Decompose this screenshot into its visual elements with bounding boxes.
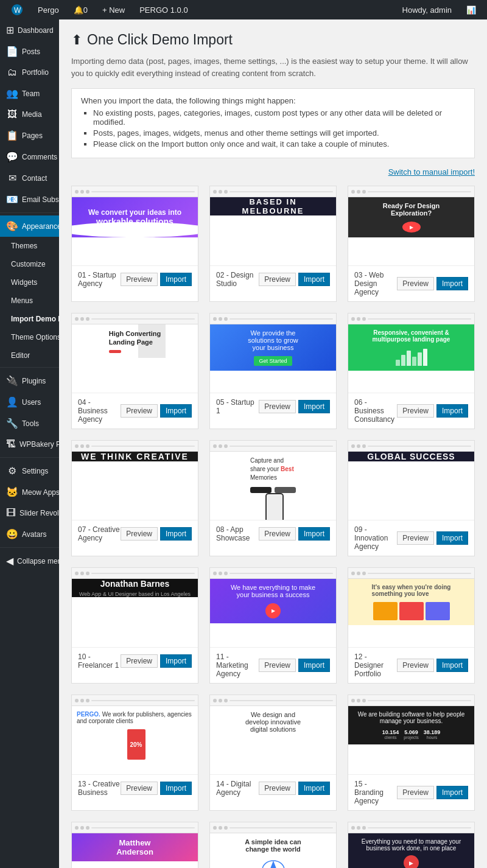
import-button-3[interactable]: Import xyxy=(436,277,468,290)
preview-button-10[interactable]: Preview xyxy=(121,654,158,668)
settings-icon: ⚙ xyxy=(6,465,18,477)
import-button-14[interactable]: Import xyxy=(298,782,330,795)
adminbar-comments[interactable]: 🔔 0 xyxy=(69,0,93,19)
sidebar-item-editor[interactable]: Editor xyxy=(0,346,59,365)
adminbar-howdy: Howdy, admin xyxy=(398,0,457,19)
import-button-1[interactable]: Import xyxy=(160,273,192,286)
sidebar-item-appearance[interactable]: 🎨 Appearance xyxy=(0,215,59,237)
sidebar-item-settings[interactable]: ⚙ Settings xyxy=(0,460,59,481)
demo-label-9: 09 - Innovation Agency Preview Import xyxy=(348,520,474,556)
preview-button-15[interactable]: Preview xyxy=(397,786,434,799)
demo-num-label-9: 09 - Innovation Agency xyxy=(354,525,397,551)
demo-item-1: We convert your ideas intoworkable solut… xyxy=(71,186,198,302)
demo-label-14: 14 - Digital Agency Preview Import xyxy=(210,774,336,802)
sidebar-item-themes[interactable]: Themes xyxy=(0,237,59,255)
import-button-11[interactable]: Import xyxy=(298,659,330,672)
import-button-10[interactable]: Import xyxy=(160,654,192,668)
meow-icon: 🐱 xyxy=(6,486,18,498)
sidebar-item-wpbakery[interactable]: 🏗 WPBakery Page Builder xyxy=(0,434,59,455)
demo-label-6: 06 - Business Consultancy Preview Import xyxy=(348,393,474,429)
demo-item-10: Jonathan Barnes Web App & UI Designer ba… xyxy=(71,567,198,684)
import-button-6[interactable]: Import xyxy=(436,404,468,418)
upload-icon: ⬆ xyxy=(71,32,82,48)
sidebar-item-posts[interactable]: 📄 Posts xyxy=(0,41,59,62)
sidebar-item-customize[interactable]: Customize xyxy=(0,255,59,273)
wp-logo[interactable]: W xyxy=(6,0,28,19)
preview-button-11[interactable]: Preview xyxy=(259,659,296,672)
sidebar-item-collapse[interactable]: ◀ Collapse menu xyxy=(0,550,59,572)
sidebar-item-comments[interactable]: 💬 Comments xyxy=(0,146,59,167)
demo-item-5: We provide thesolutions to growyour busi… xyxy=(209,313,337,429)
preview-button-5[interactable]: Preview xyxy=(259,400,296,413)
demo-thumb-16: MatthewAnderson xyxy=(72,822,198,868)
sidebar-item-pages[interactable]: 📋 Pages xyxy=(0,125,59,146)
sidebar-item-slider-revolution[interactable]: 🎞 Slider Revolution xyxy=(0,503,59,523)
demo-thumb-15: We are building software to help people … xyxy=(348,695,474,774)
demo-item-7: WE THINK CREATIVE 07 - Creative Agency P… xyxy=(71,440,198,556)
sidebar-item-avatars[interactable]: 😀 Avatars xyxy=(0,523,59,545)
sidebar-item-tools[interactable]: 🔧 Tools xyxy=(0,413,59,434)
sidebar-item-menus[interactable]: Menus xyxy=(0,292,59,310)
preview-button-4[interactable]: Preview xyxy=(121,404,158,418)
page-title: ⬆ One Click Demo Import xyxy=(71,32,475,48)
preview-button-2[interactable]: Preview xyxy=(259,273,296,286)
demo-thumb-14: We design anddevelop innovativedigital s… xyxy=(210,695,336,774)
adminbar-chart-icon: 📊 xyxy=(461,0,481,19)
posts-icon: 📄 xyxy=(6,46,18,57)
demo-thumb-5: We provide thesolutions to growyour busi… xyxy=(210,313,336,393)
import-button-4[interactable]: Import xyxy=(160,404,192,418)
sidebar-item-users[interactable]: 👤 Users xyxy=(0,391,59,413)
email-icon: 📧 xyxy=(6,194,18,205)
preview-button-14[interactable]: Preview xyxy=(259,782,296,795)
import-button-5[interactable]: Import xyxy=(298,400,330,413)
import-button-9[interactable]: Import xyxy=(436,531,468,545)
preview-button-6[interactable]: Preview xyxy=(397,404,434,418)
demo-thumb-3: Ready For DesignExploration? ▶ xyxy=(348,186,474,265)
demo-thumb-1: We convert your ideas intoworkable solut… xyxy=(72,186,198,265)
preview-button-7[interactable]: Preview xyxy=(121,527,158,541)
import-button-15[interactable]: Import xyxy=(436,786,468,799)
sidebar-item-team[interactable]: 👥 Team xyxy=(0,83,59,104)
preview-button-13[interactable]: Preview xyxy=(121,782,158,795)
preview-button-1[interactable]: Preview xyxy=(121,273,158,286)
preview-button-8[interactable]: Preview xyxy=(259,527,296,541)
demo-label-11: 11 - Marketing Agency Preview Import xyxy=(210,647,336,683)
portfolio-icon: 🗂 xyxy=(6,67,18,78)
notice-item: Posts, pages, images, widgets, menus and… xyxy=(93,128,465,138)
sidebar-item-media[interactable]: 🖼 Media xyxy=(0,104,59,125)
sidebar-item-contact[interactable]: ✉ Contact xyxy=(0,167,59,189)
import-button-7[interactable]: Import xyxy=(160,527,192,541)
sidebar-item-portfolio[interactable]: 🗂 Portfolio xyxy=(0,62,59,83)
demo-num-label-5: 05 - Startup 1 xyxy=(216,398,259,415)
demo-item-12: It's easy when you're doingsomething you… xyxy=(348,567,475,684)
demo-item-14: We design anddevelop innovativedigital s… xyxy=(209,695,337,811)
sidebar-item-plugins[interactable]: 🔌 Plugins xyxy=(0,370,59,391)
main-content: ⬆ One Click Demo Import Importing demo d… xyxy=(59,19,487,868)
svg-text:W: W xyxy=(14,6,21,15)
demo-thumb-18: Everything you need to manage your busin… xyxy=(348,822,474,868)
comments-icon: 💬 xyxy=(6,151,18,163)
import-button-12[interactable]: Import xyxy=(436,659,468,672)
preview-button-9[interactable]: Preview xyxy=(397,531,434,545)
demo-thumb-6: Responsive, convenient &multipurpose lan… xyxy=(348,313,474,393)
notice-title: When you import the data, the following … xyxy=(81,96,465,105)
import-button-8[interactable]: Import xyxy=(298,527,330,541)
sidebar-item-import-demo[interactable]: Import Demo Data xyxy=(0,310,59,328)
notice-item: No existing posts, pages, categories, im… xyxy=(93,108,465,127)
adminbar-site-name[interactable]: Pergo xyxy=(33,0,64,19)
contact-icon: ✉ xyxy=(6,172,18,184)
sidebar-item-email-subscribers[interactable]: 📧 Email Subscribers xyxy=(0,189,59,210)
import-button-2[interactable]: Import xyxy=(298,273,330,286)
sidebar-item-widgets[interactable]: Widgets xyxy=(0,273,59,292)
switch-to-manual-link[interactable]: Switch to manual import! xyxy=(71,167,475,177)
sidebar-item-theme-options[interactable]: Theme Options xyxy=(0,328,59,346)
demo-num-label-3: 03 - Web Design Agency xyxy=(354,271,397,296)
dashboard-icon: ⊞ xyxy=(6,24,14,36)
preview-button-3[interactable]: Preview xyxy=(397,277,434,290)
preview-button-12[interactable]: Preview xyxy=(397,659,434,672)
sidebar-item-dashboard[interactable]: ⊞ Dashboard xyxy=(0,19,59,41)
import-button-13[interactable]: Import xyxy=(160,782,192,795)
demo-thumb-9: GLOBAL SUCCESS xyxy=(348,441,474,520)
adminbar-new[interactable]: + New xyxy=(97,0,130,19)
sidebar-item-meow-apps[interactable]: 🐱 Meow Apps xyxy=(0,481,59,503)
